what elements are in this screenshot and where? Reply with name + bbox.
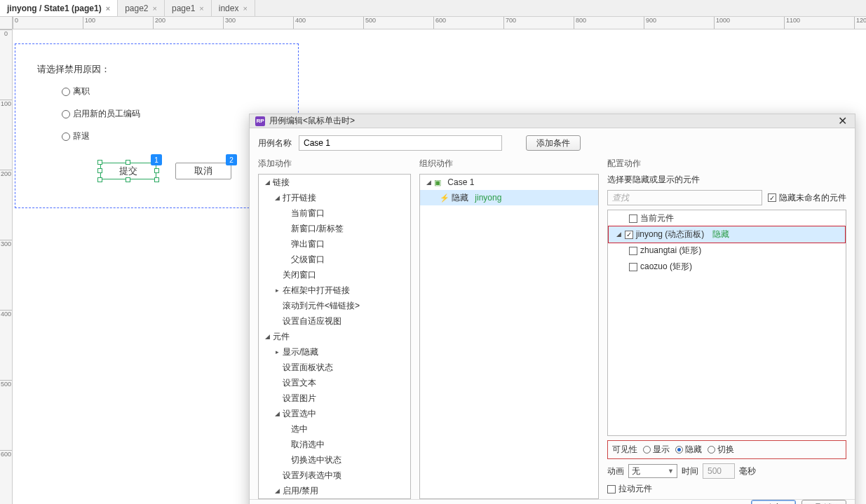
button-label: 取消 bbox=[816, 502, 832, 505]
time-input[interactable] bbox=[703, 463, 735, 479]
tree-leaf[interactable]: 设置文本 bbox=[283, 376, 316, 389]
add-action-column: 添加动作 ◢链接 ◢打开链接 当前窗口 新窗口/新标签 弹出窗口 父级窗口 关闭… bbox=[258, 158, 411, 499]
tree-leaf[interactable]: 选中 bbox=[291, 423, 308, 435]
close-icon[interactable]: × bbox=[243, 4, 247, 13]
visibility-show-radio[interactable]: 显示 bbox=[643, 444, 670, 456]
visibility-radio-group: 可见性 显示 隐藏 切换 bbox=[607, 440, 846, 459]
action-tree[interactable]: ◢链接 ◢打开链接 当前窗口 新窗口/新标签 弹出窗口 父级窗口 关闭窗口 ▸在… bbox=[258, 174, 411, 499]
doc-tab-label: page1 bbox=[172, 4, 195, 13]
tree-leaf[interactable]: 父级窗口 bbox=[291, 253, 325, 266]
widget-status: 隐藏 bbox=[712, 228, 729, 241]
cancel-button[interactable]: 取消 bbox=[801, 500, 846, 504]
widget-row-jinyong[interactable]: ◢ ✓ jinyong (动态面板) 隐藏 bbox=[608, 226, 846, 243]
add-condition-button[interactable]: 添加条件 bbox=[526, 135, 581, 151]
chevron-down-icon: ▼ bbox=[668, 468, 674, 475]
radio-icon bbox=[62, 132, 70, 141]
ruler-tick: 200 bbox=[153, 17, 165, 29]
animation-select[interactable]: 无 ▼ bbox=[628, 464, 677, 478]
tree-leaf[interactable]: 新窗口/新标签 bbox=[291, 222, 344, 235]
case-tree[interactable]: ◢▣ Case 1 ⚡ 隐藏 jinyong bbox=[419, 174, 599, 499]
case-name-row: 用例名称 添加条件 bbox=[258, 135, 846, 151]
dialog-titlebar[interactable]: RP 用例编辑<鼠标单击时> ✕ bbox=[250, 114, 855, 128]
tree-leaf[interactable]: 关闭窗口 bbox=[283, 268, 316, 281]
close-icon[interactable]: × bbox=[153, 4, 157, 13]
tree-node[interactable]: 打开链接 bbox=[283, 191, 316, 204]
tree-leaf[interactable]: 切换选中状态 bbox=[291, 454, 341, 466]
tree-node[interactable]: 启用/禁用 bbox=[283, 484, 318, 497]
radio-option-2[interactable]: 启用新的员工编码 bbox=[62, 108, 140, 120]
case-name-label: 用例名称 bbox=[258, 137, 292, 149]
app-icon: RP bbox=[255, 116, 265, 126]
close-icon[interactable]: × bbox=[199, 4, 203, 13]
tree-node[interactable]: 设置选中 bbox=[283, 407, 316, 420]
close-icon[interactable]: ✕ bbox=[835, 114, 849, 128]
ruler-tick: 600 bbox=[0, 450, 12, 458]
widget-tree[interactable]: 当前元件 ◢ ✓ jinyong (动态面板) 隐藏 zhuangtai (矩形… bbox=[607, 210, 846, 436]
radio-label: 隐藏 bbox=[685, 444, 702, 456]
widget-row-caozuo[interactable]: caozuo (矩形) bbox=[608, 259, 846, 275]
radio-option-1[interactable]: 离职 bbox=[62, 86, 90, 97]
button-label: 确定 bbox=[765, 502, 782, 505]
case-node[interactable]: Case 1 bbox=[447, 176, 474, 189]
widget-row-zhuangtai[interactable]: zhuangtai (矩形) bbox=[608, 243, 846, 259]
ruler-tick: 200 bbox=[0, 170, 12, 177]
doc-tab-label: index bbox=[219, 4, 239, 13]
tree-leaf[interactable]: 设置面板状态 bbox=[283, 361, 333, 374]
doc-tab-page1[interactable]: page1 × bbox=[165, 0, 212, 16]
pull-widgets-checkbox[interactable]: 拉动元件 bbox=[607, 483, 846, 495]
doc-tab-jinyong[interactable]: jinyong / State1 (page1) × bbox=[0, 0, 118, 16]
interaction-badge[interactable]: 2 bbox=[226, 154, 237, 165]
tree-leaf[interactable]: 设置自适应视图 bbox=[283, 315, 341, 327]
tree-leaf[interactable]: 当前窗口 bbox=[291, 207, 325, 219]
checkbox-icon bbox=[629, 263, 637, 271]
time-label: 时间 bbox=[682, 465, 698, 477]
form-title: 请选择禁用原因： bbox=[37, 63, 110, 76]
search-placeholder: 查找 bbox=[612, 192, 629, 204]
doc-tab-label: jinyong / State1 (page1) bbox=[7, 4, 102, 13]
tree-leaf[interactable]: 滚动到元件<锚链接> bbox=[283, 299, 360, 312]
submit-button-selected[interactable]: 提交 1 bbox=[100, 163, 156, 179]
column-title: 配置动作 bbox=[607, 158, 846, 170]
cancel-button[interactable]: 取消 bbox=[175, 163, 231, 179]
ruler-tick: 1100 bbox=[784, 17, 800, 29]
tree-leaf[interactable]: 取消选中 bbox=[291, 438, 325, 451]
widget-search-input[interactable]: 查找 bbox=[607, 190, 762, 205]
action-target: jinyong bbox=[475, 191, 501, 204]
action-row-selected[interactable]: ⚡ 隐藏 jinyong bbox=[420, 190, 598, 205]
radio-option-3[interactable]: 辞退 bbox=[62, 130, 90, 142]
tree-leaf[interactable]: 设置列表选中项 bbox=[283, 469, 341, 482]
radio-label: 显示 bbox=[653, 444, 670, 456]
checkbox-icon bbox=[607, 485, 616, 493]
ok-button[interactable]: 确定 bbox=[751, 500, 796, 504]
ruler-tick: 0 bbox=[13, 17, 18, 29]
close-icon[interactable]: × bbox=[106, 4, 110, 13]
tree-node[interactable]: 元件 bbox=[273, 330, 290, 343]
widget-label: jinyong (动态面板) bbox=[636, 228, 704, 241]
tree-node[interactable]: 链接 bbox=[273, 176, 290, 189]
ruler-tick: 100 bbox=[83, 17, 95, 29]
doc-tab-page2[interactable]: page2 × bbox=[118, 0, 165, 16]
hide-unnamed-checkbox[interactable]: ✓ 隐藏未命名的元件 bbox=[768, 192, 846, 204]
widget-row-current[interactable]: 当前元件 bbox=[608, 210, 846, 226]
ruler-tick: 100 bbox=[0, 100, 12, 107]
checkbox-icon: ✓ bbox=[768, 193, 776, 202]
case-name-input[interactable] bbox=[299, 135, 502, 151]
tree-node[interactable]: 在框架中打开链接 bbox=[283, 284, 350, 297]
tree-node[interactable]: 显示/隐藏 bbox=[283, 346, 318, 358]
widget-label: zhuangtai (矩形) bbox=[640, 244, 701, 257]
configure-action-column: 配置动作 选择要隐藏或显示的元件 查找 ✓ 隐藏未命名的元件 bbox=[607, 158, 846, 499]
visibility-hide-radio[interactable]: 隐藏 bbox=[675, 444, 702, 456]
ruler-tick: 700 bbox=[503, 17, 516, 29]
visibility-toggle-radio[interactable]: 切换 bbox=[708, 444, 734, 456]
ruler-tick: 600 bbox=[433, 17, 446, 29]
doc-tab-index[interactable]: index × bbox=[212, 0, 255, 16]
doc-tab-label: page2 bbox=[125, 4, 148, 13]
select-value: 无 bbox=[632, 465, 640, 477]
cancel-button-wrap[interactable]: 取消 2 bbox=[175, 163, 231, 179]
interaction-badge[interactable]: 1 bbox=[151, 154, 162, 165]
tree-leaf[interactable]: 设置图片 bbox=[283, 392, 316, 404]
radio-label: 离职 bbox=[73, 86, 90, 97]
ruler-tick: 500 bbox=[0, 380, 12, 388]
radio-label: 辞退 bbox=[73, 130, 90, 142]
tree-leaf[interactable]: 弹出窗口 bbox=[291, 238, 325, 250]
